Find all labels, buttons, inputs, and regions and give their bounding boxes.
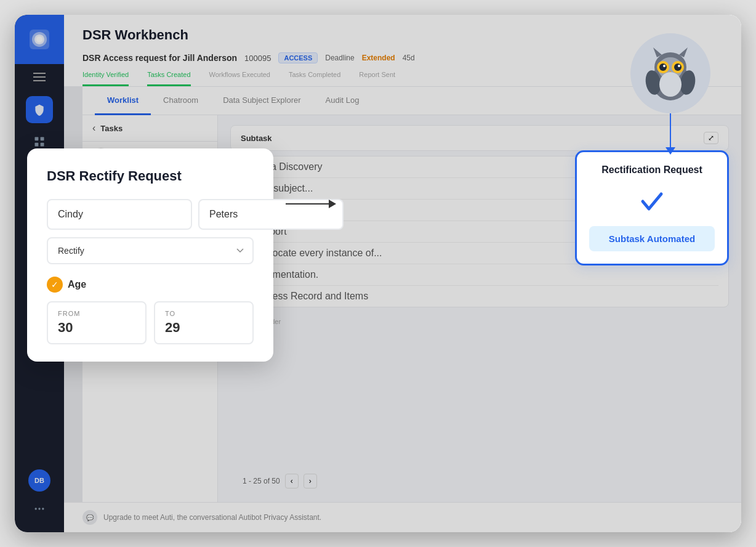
age-label: Age <box>68 279 86 290</box>
dsr-modal: DSR Rectify Request Rectify ✓ Age FROM 3… <box>27 148 273 362</box>
svg-point-31 <box>659 72 682 97</box>
age-check-circle: ✓ <box>47 277 63 293</box>
rectification-check <box>637 185 667 216</box>
arrow-v-line <box>670 113 671 147</box>
svg-point-25 <box>674 63 682 71</box>
owl-area <box>630 33 710 155</box>
arrow-connector <box>286 200 336 208</box>
name-row <box>47 199 254 230</box>
age-to-label: To <box>165 310 243 317</box>
rectification-box: Rectification Request Subtask Automated <box>575 150 729 265</box>
age-section: ✓ Age FROM 30 To 29 <box>47 277 254 344</box>
arrow-line <box>286 203 329 205</box>
owl-svg <box>640 43 701 104</box>
age-from-label: FROM <box>58 310 135 317</box>
owl-mascot-circle <box>630 33 710 113</box>
request-type-select[interactable]: Rectify <box>47 237 254 264</box>
svg-point-27 <box>678 65 680 67</box>
age-fields: FROM 30 To 29 <box>47 301 254 344</box>
dsr-modal-title: DSR Rectify Request <box>47 168 254 184</box>
arrow-v-head <box>666 147 675 155</box>
down-arrow <box>666 113 675 155</box>
svg-point-24 <box>659 63 667 71</box>
rectification-status[interactable]: Subtask Automated <box>589 226 715 251</box>
modal-overlay: DSR Rectify Request Rectify ✓ Age FROM 3… <box>15 15 741 532</box>
age-to-value: 29 <box>165 320 243 336</box>
first-name-input[interactable] <box>47 199 192 230</box>
age-from-box: FROM 30 <box>47 301 147 344</box>
age-from-value: 30 <box>58 320 135 336</box>
age-label-row: ✓ Age <box>47 277 254 293</box>
svg-point-26 <box>663 65 666 67</box>
rectification-title: Rectification Request <box>589 164 715 176</box>
age-to-box: To 29 <box>154 301 254 344</box>
arrow-head <box>329 200 336 208</box>
